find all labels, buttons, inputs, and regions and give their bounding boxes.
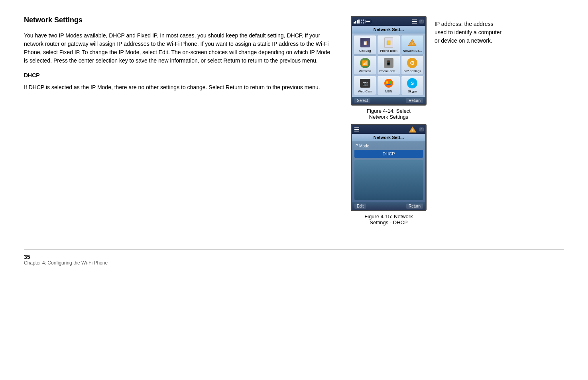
grid-cell-phonebook: 📒 Phone Book: [377, 35, 400, 55]
fig14-select-btn[interactable]: Select: [354, 98, 370, 103]
signal-bar-1: [354, 22, 355, 24]
wireless-icon-container: 📶: [360, 57, 371, 69]
dhcp-title: DHCP: [24, 72, 335, 78]
topbar-left: 11 12: [354, 18, 371, 25]
fig15-menu-bar-3: [354, 131, 359, 131]
grid-cell-msn: MSN: [377, 76, 400, 95]
fig15-badge: 4: [419, 127, 424, 131]
section-title: Network Settings: [24, 16, 335, 24]
annotation-text: IP address: the address used to identify…: [435, 20, 506, 45]
menu-bar-3: [412, 23, 417, 24]
phone-mockup-fig14: 11 12: [351, 16, 427, 106]
menu-bar-2: [412, 21, 417, 22]
ip-mode-label: IP Mode: [354, 144, 423, 148]
signal-bars: [354, 20, 360, 24]
grid-cell-skype: S Skype: [401, 76, 424, 95]
main-content: Network Settings You have two IP Modes a…: [24, 16, 351, 225]
wireless-icon: 📶: [360, 58, 370, 68]
menu-icon: [411, 19, 418, 24]
fig14-caption-line2: Network Settings: [351, 114, 427, 120]
battery-fill: [366, 21, 370, 22]
signal-bar-3: [357, 20, 358, 24]
msn-icon-container: [383, 78, 394, 89]
sipsettings-icon-container: ⚙: [407, 57, 418, 69]
fig15-caption-line1: Figure 4-15: Network: [351, 214, 427, 219]
calllog-icon-container: 📋: [360, 37, 371, 48]
svg-text:!: !: [412, 42, 413, 46]
skype-icon-container: S: [407, 78, 418, 89]
clock-display: 11 12: [361, 18, 364, 25]
figure-15: ! 4 Network Sett... IP Mode DHCP: [351, 124, 427, 225]
menu-bar-1: [412, 20, 417, 20]
webcam-label: Web Cam: [358, 90, 372, 93]
fig15-topbar-left: [354, 127, 360, 132]
annotation-column: IP address: the address used to identify…: [435, 16, 506, 45]
dhcp-button: DHCP: [354, 150, 423, 158]
dhcp-paragraph: If DHCP is selected as the IP Mode, ther…: [24, 83, 335, 92]
fig15-menu-bar-2: [354, 129, 359, 130]
sipsettings-icon: ⚙: [407, 58, 417, 68]
fig14-return-btn[interactable]: Return: [406, 98, 423, 103]
grid-cell-phonesett: 📱 Phone Sett...: [377, 55, 400, 75]
fig14-caption: Figure 4-14: Select Network Settings: [351, 108, 427, 120]
fig15-titlebar: Network Sett...: [352, 134, 425, 141]
calllog-label: Call Log: [359, 49, 371, 53]
wireless-label: Wireless: [359, 69, 371, 73]
fig14-caption-line1: Figure 4-14: Select: [351, 108, 427, 114]
fig15-menu-bar-1: [354, 127, 359, 128]
phone-mockup-fig15: ! 4 Network Sett... IP Mode DHCP: [351, 124, 427, 211]
page-footer: 35 Chapter 4: Configuring the Wi-Fi Phon…: [24, 249, 564, 266]
figure-14: 11 12: [351, 16, 427, 120]
phonesett-icon: 📱: [384, 58, 393, 68]
page-number: 35: [24, 254, 564, 260]
grid-cell-wireless: 📶 Wireless: [354, 55, 376, 75]
webcam-icon: 📷: [360, 79, 370, 88]
phonebook-label: Phone Book: [380, 49, 397, 53]
sipsettings-label: SIP Settings: [403, 69, 421, 73]
skype-label: Skype: [408, 90, 417, 93]
chapter-ref: Chapter 4: Configuring the Wi-Fi Phone: [24, 260, 564, 266]
fig15-menu-icon: [354, 127, 360, 132]
webcam-icon-container: 📷: [360, 78, 371, 89]
skype-icon: S: [407, 78, 417, 88]
svg-point-3: [386, 81, 388, 84]
phonebook-icon: 📒: [384, 37, 393, 48]
fig15-title: Network Sett...: [354, 135, 423, 140]
intro-paragraph: You have two IP Modes available, DHCP an…: [24, 31, 335, 65]
fig14-topbar: 11 12: [352, 17, 425, 26]
signal-bar-4: [358, 20, 360, 24]
fig14-bottombar: Select Return: [352, 97, 425, 104]
fig15-caption-line2: Settings - DHCP: [351, 219, 427, 225]
page-layout: Network Settings You have two IP Modes a…: [24, 16, 564, 225]
calllog-icon: 📋: [360, 38, 370, 47]
grid-cell-calllog: 📋 Call Log: [354, 35, 376, 55]
fig15-screen: IP Mode DHCP: [352, 141, 425, 202]
fig14-grid: 📋 Call Log 📒 Phone Book: [352, 33, 425, 97]
network-label: Network Se...: [403, 49, 422, 53]
fig15-caption: Figure 4-15: Network Settings - DHCP: [351, 214, 427, 225]
svg-point-4: [389, 81, 391, 84]
fig15-topbar: ! 4: [352, 125, 425, 134]
phonesett-label: Phone Sett...: [380, 69, 398, 73]
signal-bar-2: [355, 21, 356, 24]
battery-icon: [366, 20, 371, 23]
phonesett-icon-container: 📱: [383, 57, 394, 69]
fig15-edit-btn[interactable]: Edit: [354, 204, 366, 209]
fig15-return-btn[interactable]: Return: [406, 204, 423, 209]
grid-cell-webcam: 📷 Web Cam: [354, 76, 376, 95]
fig15-network-icon: !: [407, 125, 418, 134]
badge-number: 4: [419, 20, 424, 24]
network-icon: !: [407, 38, 417, 47]
right-column: 11 12: [351, 16, 506, 225]
netsett-blue-area: [354, 160, 423, 200]
network-icon-container: !: [407, 37, 418, 48]
fig15-bottombar: Edit Return: [352, 202, 425, 210]
svg-text:!: !: [412, 129, 413, 132]
phonebook-icon-container: 📒: [383, 37, 394, 48]
grid-cell-sipsettings: ⚙ SIP Settings: [401, 55, 424, 75]
grid-cell-network: ! Network Se...: [401, 35, 424, 55]
msn-label: MSN: [385, 90, 392, 93]
msn-icon: [383, 78, 394, 88]
svg-point-2: [384, 79, 393, 88]
fig14-titlebar: Network Sett...: [352, 26, 425, 33]
